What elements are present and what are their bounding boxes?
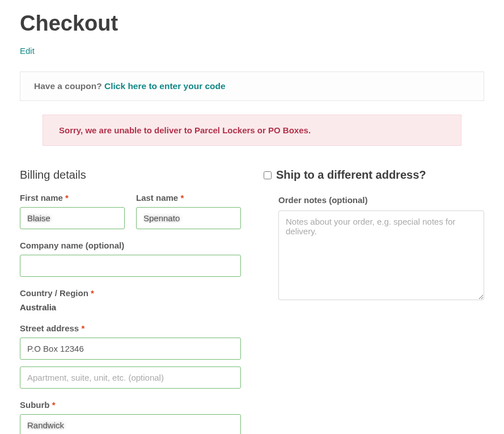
company-label: Company name (optional) — [20, 241, 241, 250]
company-group: Company name (optional) — [20, 241, 241, 277]
shipping-column: Ship to a different address? Order notes… — [264, 168, 484, 434]
last-name-field[interactable] — [136, 207, 241, 229]
required-marker: * — [52, 400, 56, 410]
country-group: Country / Region * Australia — [20, 288, 241, 312]
coupon-link[interactable]: Click here to enter your code — [104, 81, 226, 91]
ship-heading-row: Ship to a different address? — [264, 168, 484, 182]
company-field[interactable] — [20, 255, 241, 277]
last-name-group: Last name * — [136, 193, 241, 229]
page-title: Checkout — [20, 11, 484, 36]
ship-heading: Ship to a different address? — [276, 168, 426, 182]
country-label: Country / Region * — [20, 288, 241, 298]
street-address-1-field[interactable] — [20, 338, 241, 360]
error-box: Sorry, we are unable to deliver to Parce… — [43, 115, 461, 146]
street-label: Street address * — [20, 323, 241, 333]
coupon-box: Have a coupon? Click here to enter your … — [20, 71, 484, 101]
street-address-2-field[interactable] — [20, 366, 241, 389]
first-name-field[interactable] — [20, 207, 125, 229]
required-marker: * — [65, 193, 69, 203]
ship-different-checkbox[interactable] — [264, 171, 272, 179]
billing-column: Billing details First name * Last name *… — [20, 168, 241, 434]
edit-link[interactable]: Edit — [20, 46, 35, 56]
suburb-label: Suburb * — [20, 400, 241, 410]
suburb-field[interactable] — [20, 414, 241, 434]
order-notes-group: Order notes (optional) — [264, 195, 484, 302]
required-marker: * — [91, 288, 94, 298]
suburb-group: Suburb * — [20, 400, 241, 434]
billing-heading: Billing details — [20, 168, 241, 182]
name-row: First name * Last name * — [20, 193, 241, 229]
first-name-group: First name * — [20, 193, 125, 229]
last-name-label: Last name * — [136, 193, 241, 203]
checkout-page: Checkout Edit Have a coupon? Click here … — [0, 0, 504, 434]
country-value: Australia — [20, 302, 241, 312]
error-message: Sorry, we are unable to deliver to Parce… — [59, 125, 311, 135]
order-notes-field[interactable] — [278, 210, 484, 300]
columns: Billing details First name * Last name *… — [20, 168, 484, 434]
first-name-label: First name * — [20, 193, 125, 203]
coupon-prompt: Have a coupon? — [34, 81, 104, 91]
order-notes-label: Order notes (optional) — [278, 195, 484, 205]
street-group: Street address * — [20, 323, 241, 389]
required-marker: * — [180, 193, 184, 203]
required-marker: * — [81, 323, 84, 333]
